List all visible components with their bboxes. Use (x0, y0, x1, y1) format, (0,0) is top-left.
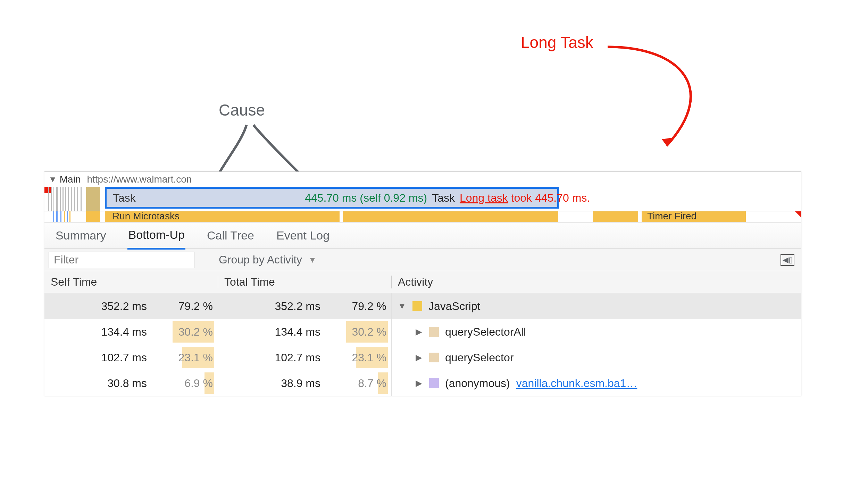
thread-name: Main (60, 174, 81, 185)
self-time-pct: 79.2 % (150, 300, 213, 313)
total-time-ms: 352.2 ms (248, 300, 320, 313)
chevron-down-icon: ▼ (49, 175, 57, 184)
chevron-right-icon[interactable]: ▶ (415, 378, 423, 388)
flame-task-label: Task (113, 192, 136, 204)
minimap-task (44, 187, 105, 211)
self-time-ms: 352.2 ms (74, 300, 147, 313)
task-tooltip-name: Task (432, 192, 455, 204)
flame-block[interactable] (343, 211, 558, 222)
group-by-dropdown[interactable]: Group by Activity ▼ (219, 253, 317, 266)
annotation-long-task: Long Task (521, 33, 593, 52)
activity-swatch-icon (429, 353, 439, 362)
thread-url: https://www.walmart.con (87, 174, 192, 185)
total-time-ms: 134.4 ms (248, 326, 320, 338)
table-row[interactable]: 134.4 ms30.2 %134.4 ms30.2 %▶querySelect… (44, 319, 801, 345)
activity-label: querySelector (445, 351, 514, 364)
column-total-time[interactable]: Total Time (218, 276, 392, 288)
activity-source-link[interactable]: vanilla.chunk.esm.ba1… (516, 377, 637, 390)
self-time-pct: 6.9 % (150, 377, 213, 390)
tab-call-tree[interactable]: Call Tree (206, 222, 255, 249)
flame-row-task: Task 445.70 ms (self 0.92 ms) Task Long … (44, 187, 801, 211)
chevron-right-icon[interactable]: ▶ (415, 327, 423, 337)
self-time-ms: 30.8 ms (74, 377, 147, 390)
total-time-pct: 79.2 % (324, 300, 386, 313)
flame-row-microtasks: Run Microtasks Timer Fired (44, 211, 801, 222)
activity-label: (anonymous) (445, 377, 510, 390)
table-header: Self Time Total Time Activity (44, 271, 801, 293)
total-time-pct: 30.2 % (324, 326, 386, 338)
performance-panel: ▼ Main https://www.walmart.con Task 445.… (44, 171, 801, 396)
group-by-label: Group by Activity (219, 253, 302, 266)
total-time-pct: 8.7 % (324, 377, 386, 390)
tab-summary[interactable]: Summary (55, 222, 107, 249)
marker-icon (795, 211, 801, 218)
activity-swatch-icon (412, 301, 422, 311)
long-task-warning: Long task took 445.70 ms. (460, 192, 590, 204)
chevron-down-icon[interactable]: ▼ (398, 301, 406, 311)
table-row[interactable]: 352.2 ms79.2 %352.2 ms79.2 %▼JavaScript (44, 293, 801, 319)
activity-label: querySelectorAll (445, 326, 526, 338)
microtasks-label: Run Microtasks (112, 211, 180, 222)
minimap-micro (44, 211, 105, 222)
self-time-pct: 30.2 % (150, 326, 213, 338)
details-tabs: Summary Bottom-Up Call Tree Event Log (44, 222, 801, 249)
bottom-up-table: 352.2 ms79.2 %352.2 ms79.2 %▼JavaScript1… (44, 293, 801, 396)
activity-label: JavaScript (428, 300, 480, 313)
filter-input[interactable] (49, 252, 194, 268)
tab-bottom-up[interactable]: Bottom-Up (127, 222, 185, 250)
self-time-pct: 23.1 % (150, 351, 213, 364)
total-time-ms: 38.9 ms (248, 377, 320, 390)
total-time-pct: 23.1 % (324, 351, 386, 364)
self-time-ms: 102.7 ms (74, 351, 147, 364)
show-heaviest-stack-button[interactable]: ◀▯ (781, 254, 794, 266)
chevron-down-icon: ▼ (308, 255, 317, 265)
column-self-time[interactable]: Self Time (44, 276, 218, 288)
arrow-long-task (604, 40, 736, 154)
flame-task-tooltip: 445.70 ms (self 0.92 ms) Task Long task … (305, 192, 590, 204)
chevron-right-icon[interactable]: ▶ (415, 353, 423, 362)
thread-header[interactable]: ▼ Main https://www.walmart.con (44, 172, 801, 187)
table-row[interactable]: 102.7 ms23.1 %102.7 ms23.1 %▶querySelect… (44, 345, 801, 370)
activity-swatch-icon (429, 378, 439, 388)
table-row[interactable]: 30.8 ms6.9 %38.9 ms8.7 %▶(anonymous)vani… (44, 370, 801, 396)
annotation-cause: Cause (219, 101, 265, 119)
activity-swatch-icon (429, 327, 439, 337)
task-timing: 445.70 ms (self 0.92 ms) (305, 192, 427, 204)
filter-bar: Group by Activity ▼ ◀▯ (44, 249, 801, 271)
self-time-ms: 134.4 ms (74, 326, 147, 338)
column-activity[interactable]: Activity (392, 276, 801, 288)
total-time-ms: 102.7 ms (248, 351, 320, 364)
tab-event-log[interactable]: Event Log (276, 222, 330, 249)
flame-block[interactable] (593, 211, 638, 222)
timer-fired-label: Timer Fired (647, 211, 696, 222)
